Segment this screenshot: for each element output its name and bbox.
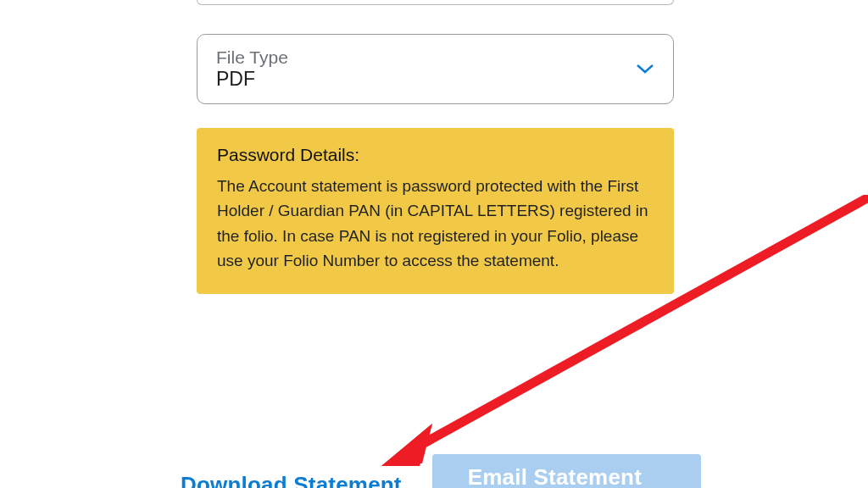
download-statement-link[interactable]: Download Statement (181, 472, 402, 488)
action-row: Download Statement Email Statement (181, 454, 723, 488)
previous-field-bottom-edge (197, 0, 674, 5)
notice-title: Password Details: (217, 145, 654, 165)
email-statement-button[interactable]: Email Statement (432, 454, 701, 488)
file-type-value: PDF (216, 68, 288, 92)
password-details-notice: Password Details: The Account statement … (197, 128, 674, 294)
chevron-down-icon (636, 59, 654, 78)
file-type-text: File Type PDF (216, 47, 288, 92)
file-type-select[interactable]: File Type PDF (197, 34, 674, 104)
form-area: File Type PDF Password Details: The Acco… (197, 0, 674, 294)
file-type-label: File Type (216, 47, 288, 68)
notice-body: The Account statement is password protec… (217, 174, 654, 274)
